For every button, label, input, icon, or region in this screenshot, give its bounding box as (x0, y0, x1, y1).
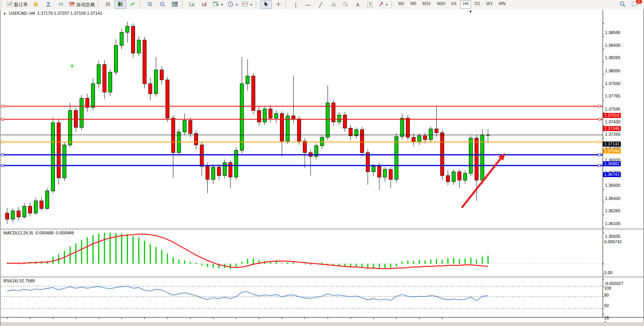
candle-body[interactable] (68, 111, 72, 145)
line-handle[interactable] (2, 105, 4, 108)
toolbar-grip[interactable] (1, 1, 4, 8)
text-button[interactable]: A (352, 0, 364, 9)
candle-body[interactable] (251, 76, 255, 111)
candle-body[interactable] (40, 201, 43, 208)
candle-body[interactable] (51, 123, 55, 191)
timeframe-D1[interactable]: D1 (472, 0, 483, 9)
toolbar-grip[interactable] (182, 1, 185, 8)
candle-body[interactable] (132, 26, 135, 53)
chart-shift-button[interactable] (199, 0, 210, 9)
channel-button[interactable]: E (327, 0, 339, 9)
fibonacci-button[interactable]: F (340, 0, 351, 9)
candle-body[interactable] (372, 166, 375, 172)
candle-body[interactable] (80, 98, 83, 127)
candle-body[interactable] (412, 137, 415, 142)
candle-body[interactable] (343, 115, 347, 128)
candle-body[interactable] (17, 211, 20, 217)
text-label-button[interactable]: T (364, 0, 376, 9)
candle-body[interactable] (452, 172, 455, 182)
candle-body[interactable] (171, 118, 175, 153)
candle-body[interactable] (395, 137, 398, 179)
candle-body[interactable] (57, 123, 60, 178)
profile-button[interactable] (43, 0, 54, 9)
candle-body[interactable] (320, 137, 324, 146)
candle-body[interactable] (217, 167, 221, 176)
zoom-in-button[interactable] (144, 0, 156, 9)
template-button[interactable]: ▼ (241, 0, 255, 9)
chart-bars-button[interactable] (102, 0, 114, 9)
candle-body[interactable] (366, 153, 369, 172)
timeframe-H1[interactable]: H1 (449, 0, 460, 9)
tile-windows-button[interactable] (169, 0, 181, 9)
candle-body[interactable] (34, 201, 38, 213)
line-handle[interactable] (598, 141, 601, 143)
candle-body[interactable] (97, 65, 101, 84)
trendline-button[interactable]: ╱ (315, 0, 326, 9)
candle-body[interactable] (441, 133, 444, 176)
line-handle[interactable] (598, 105, 601, 108)
auto-trading-button[interactable]: 自动交易 (67, 0, 96, 9)
pane-separator[interactable] (1, 277, 644, 278)
search-button[interactable] (617, 0, 628, 9)
candle-body[interactable] (46, 191, 49, 209)
line-handle[interactable] (2, 141, 4, 143)
crosshair-button[interactable] (273, 0, 284, 9)
pane-separator[interactable] (1, 276, 644, 277)
candle-body[interactable] (229, 162, 232, 177)
candle-body[interactable] (189, 120, 192, 133)
timeframe-MN[interactable]: MN (496, 0, 508, 9)
candle-body[interactable] (257, 111, 261, 122)
candle-body[interactable] (194, 133, 198, 145)
timeframe-M1[interactable]: M1 (396, 0, 407, 9)
timeframe-M5[interactable]: M5 (408, 0, 419, 9)
line-handle[interactable] (598, 164, 601, 167)
candle-body[interactable] (469, 138, 473, 173)
candle-body[interactable] (280, 114, 284, 141)
candle-body[interactable] (149, 84, 152, 94)
candle-body[interactable] (22, 206, 26, 217)
candle-body[interactable] (143, 40, 146, 84)
candle-body[interactable] (463, 173, 467, 180)
candle-body[interactable] (91, 84, 95, 107)
candle-body[interactable] (223, 162, 226, 176)
chart-candles-button[interactable] (114, 0, 126, 9)
signals-button[interactable] (55, 0, 67, 9)
line-handle[interactable] (598, 118, 601, 121)
candle-body[interactable] (303, 141, 307, 153)
candle-body[interactable] (108, 72, 112, 92)
candle-body[interactable] (435, 129, 438, 133)
new-chart-button[interactable]: ▼ (211, 0, 225, 9)
toolbar-grip[interactable] (391, 1, 395, 8)
candle-body[interactable] (429, 129, 432, 140)
candle-body[interactable] (349, 128, 352, 136)
line-handle[interactable] (2, 118, 4, 121)
candle-body[interactable] (269, 109, 272, 118)
candle-body[interactable] (458, 172, 461, 180)
candle-body[interactable] (160, 70, 164, 80)
candle-body[interactable] (446, 176, 450, 182)
arrows-button[interactable]: ▼ (377, 0, 390, 9)
candle-body[interactable] (292, 116, 295, 119)
candle-body[interactable] (423, 136, 427, 140)
auto-scroll-button[interactable] (186, 0, 198, 9)
candle-body[interactable] (275, 114, 278, 118)
candle-body[interactable] (126, 26, 129, 32)
zoom-out-button[interactable] (157, 0, 168, 9)
candle-body[interactable] (154, 70, 158, 94)
candle-body[interactable] (212, 167, 215, 179)
timeframe-W1[interactable]: W1 (483, 0, 495, 9)
toolbar-grip[interactable] (97, 1, 101, 8)
candle-body[interactable] (11, 211, 15, 219)
candle-body[interactable] (120, 32, 123, 46)
candle-body[interactable] (246, 76, 249, 84)
vertical-line-button[interactable]: | (290, 0, 302, 9)
pane-separator[interactable] (1, 229, 644, 230)
candle-body[interactable] (297, 119, 301, 141)
window-menu-icon[interactable]: ▼ (3, 12, 6, 15)
timeframe-M30[interactable]: M30 (434, 0, 448, 9)
candle-body[interactable] (406, 118, 410, 138)
timeframe-H4[interactable]: H4 (460, 0, 471, 9)
period-button[interactable]: ▼ (226, 0, 240, 9)
toolbar-grip[interactable] (285, 1, 289, 8)
candle-body[interactable] (383, 169, 387, 177)
